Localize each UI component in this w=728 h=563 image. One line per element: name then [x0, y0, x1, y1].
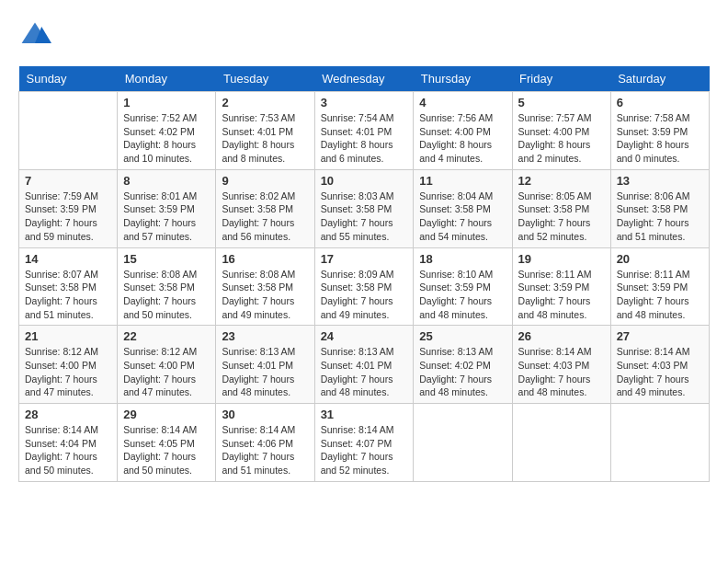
day-number: 1 [123, 96, 210, 109]
page-header [18, 18, 710, 52]
calendar-cell: 10Sunrise: 8:03 AMSunset: 3:58 PMDayligh… [314, 169, 414, 247]
day-number: 28 [25, 408, 111, 421]
day-info: Sunrise: 8:14 AMSunset: 4:03 PMDaylight:… [617, 345, 703, 399]
calendar-cell: 14Sunrise: 8:07 AMSunset: 3:58 PMDayligh… [19, 247, 118, 326]
calendar-cell: 9Sunrise: 8:02 AMSunset: 3:58 PMDaylight… [216, 169, 314, 247]
day-info: Sunrise: 8:05 AMSunset: 3:58 PMDaylight:… [518, 190, 605, 244]
day-number: 31 [321, 408, 408, 421]
calendar-cell [512, 404, 610, 482]
calendar-cell: 25Sunrise: 8:13 AMSunset: 4:02 PMDayligh… [414, 326, 512, 404]
calendar-cell: 19Sunrise: 8:11 AMSunset: 3:59 PMDayligh… [512, 247, 610, 326]
calendar-cell [610, 404, 709, 482]
day-number: 15 [123, 252, 210, 266]
day-info: Sunrise: 8:03 AMSunset: 3:58 PMDaylight:… [321, 190, 408, 244]
day-info: Sunrise: 8:07 AMSunset: 3:58 PMDaylight:… [25, 268, 111, 322]
calendar-cell: 13Sunrise: 8:06 AMSunset: 3:58 PMDayligh… [610, 169, 709, 247]
day-number: 22 [123, 329, 210, 343]
calendar-cell [19, 92, 118, 170]
day-info: Sunrise: 8:10 AMSunset: 3:59 PMDaylight:… [419, 268, 506, 322]
day-number: 6 [617, 96, 703, 109]
day-number: 21 [25, 329, 111, 343]
week-row-5: 28Sunrise: 8:14 AMSunset: 4:04 PMDayligh… [19, 404, 710, 482]
calendar-cell: 30Sunrise: 8:14 AMSunset: 4:06 PMDayligh… [216, 404, 314, 482]
logo [18, 18, 57, 52]
calendar-cell: 22Sunrise: 8:12 AMSunset: 4:00 PMDayligh… [118, 326, 216, 404]
day-info: Sunrise: 8:02 AMSunset: 3:58 PMDaylight:… [222, 190, 308, 244]
weekday-header-sunday: Sunday [19, 66, 118, 92]
day-info: Sunrise: 8:08 AMSunset: 3:58 PMDaylight:… [222, 268, 308, 322]
week-row-2: 7Sunrise: 7:59 AMSunset: 3:59 PMDaylight… [19, 169, 710, 247]
day-info: Sunrise: 8:12 AMSunset: 4:00 PMDaylight:… [25, 345, 111, 399]
day-number: 11 [419, 174, 506, 188]
day-info: Sunrise: 8:14 AMSunset: 4:06 PMDaylight:… [222, 423, 308, 477]
day-number: 2 [222, 96, 308, 109]
day-number: 7 [25, 174, 111, 188]
day-info: Sunrise: 8:11 AMSunset: 3:59 PMDaylight:… [617, 268, 703, 322]
calendar-cell: 17Sunrise: 8:09 AMSunset: 3:58 PMDayligh… [314, 247, 414, 326]
calendar-cell [414, 404, 512, 482]
week-row-4: 21Sunrise: 8:12 AMSunset: 4:00 PMDayligh… [19, 326, 710, 404]
calendar-cell: 31Sunrise: 8:14 AMSunset: 4:07 PMDayligh… [314, 404, 414, 482]
calendar-cell: 23Sunrise: 8:13 AMSunset: 4:01 PMDayligh… [216, 326, 314, 404]
day-number: 17 [321, 252, 408, 266]
day-number: 18 [419, 252, 506, 266]
weekday-header-tuesday: Tuesday [216, 66, 314, 92]
day-number: 26 [518, 329, 605, 343]
logo-icon [18, 18, 51, 52]
day-info: Sunrise: 7:52 AMSunset: 4:02 PMDaylight:… [123, 111, 210, 166]
calendar-cell: 12Sunrise: 8:05 AMSunset: 3:58 PMDayligh… [512, 169, 610, 247]
calendar-cell: 26Sunrise: 8:14 AMSunset: 4:03 PMDayligh… [512, 326, 610, 404]
day-info: Sunrise: 8:14 AMSunset: 4:05 PMDaylight:… [123, 423, 210, 477]
day-info: Sunrise: 7:53 AMSunset: 4:01 PMDaylight:… [222, 111, 308, 166]
weekday-header-row: SundayMondayTuesdayWednesdayThursdayFrid… [19, 66, 710, 92]
calendar-cell: 16Sunrise: 8:08 AMSunset: 3:58 PMDayligh… [216, 247, 314, 326]
calendar-cell: 15Sunrise: 8:08 AMSunset: 3:58 PMDayligh… [118, 247, 216, 326]
day-number: 25 [419, 329, 506, 343]
calendar-cell: 1Sunrise: 7:52 AMSunset: 4:02 PMDaylight… [118, 92, 216, 170]
calendar-cell: 29Sunrise: 8:14 AMSunset: 4:05 PMDayligh… [118, 404, 216, 482]
day-number: 9 [222, 174, 308, 188]
day-number: 14 [25, 252, 111, 266]
calendar-cell: 4Sunrise: 7:56 AMSunset: 4:00 PMDaylight… [414, 92, 512, 170]
calendar-cell: 11Sunrise: 8:04 AMSunset: 3:58 PMDayligh… [414, 169, 512, 247]
day-number: 16 [222, 252, 308, 266]
day-number: 3 [321, 96, 408, 109]
day-info: Sunrise: 7:54 AMSunset: 4:01 PMDaylight:… [321, 111, 408, 166]
day-number: 20 [617, 252, 703, 266]
day-number: 27 [617, 329, 703, 343]
day-number: 24 [321, 329, 408, 343]
day-info: Sunrise: 8:13 AMSunset: 4:02 PMDaylight:… [419, 345, 506, 399]
calendar-cell: 7Sunrise: 7:59 AMSunset: 3:59 PMDaylight… [19, 169, 118, 247]
week-row-1: 1Sunrise: 7:52 AMSunset: 4:02 PMDaylight… [19, 92, 710, 170]
calendar-cell: 24Sunrise: 8:13 AMSunset: 4:01 PMDayligh… [314, 326, 414, 404]
day-info: Sunrise: 8:13 AMSunset: 4:01 PMDaylight:… [321, 345, 408, 399]
weekday-header-thursday: Thursday [414, 66, 512, 92]
day-info: Sunrise: 7:57 AMSunset: 4:00 PMDaylight:… [518, 111, 605, 166]
day-info: Sunrise: 8:13 AMSunset: 4:01 PMDaylight:… [222, 345, 308, 399]
calendar-cell: 5Sunrise: 7:57 AMSunset: 4:00 PMDaylight… [512, 92, 610, 170]
day-info: Sunrise: 7:58 AMSunset: 3:59 PMDaylight:… [617, 111, 703, 166]
calendar-cell: 2Sunrise: 7:53 AMSunset: 4:01 PMDaylight… [216, 92, 314, 170]
calendar-cell: 3Sunrise: 7:54 AMSunset: 4:01 PMDaylight… [314, 92, 414, 170]
day-number: 12 [518, 174, 605, 188]
calendar-cell: 27Sunrise: 8:14 AMSunset: 4:03 PMDayligh… [610, 326, 709, 404]
weekday-header-friday: Friday [512, 66, 610, 92]
calendar-cell: 21Sunrise: 8:12 AMSunset: 4:00 PMDayligh… [19, 326, 118, 404]
calendar-cell: 8Sunrise: 8:01 AMSunset: 3:59 PMDaylight… [118, 169, 216, 247]
day-info: Sunrise: 8:01 AMSunset: 3:59 PMDaylight:… [123, 190, 210, 244]
day-info: Sunrise: 8:09 AMSunset: 3:58 PMDaylight:… [321, 268, 408, 322]
day-number: 23 [222, 329, 308, 343]
day-info: Sunrise: 8:14 AMSunset: 4:03 PMDaylight:… [518, 345, 605, 399]
day-info: Sunrise: 7:59 AMSunset: 3:59 PMDaylight:… [25, 190, 111, 244]
day-info: Sunrise: 8:14 AMSunset: 4:04 PMDaylight:… [25, 423, 111, 477]
day-number: 29 [123, 408, 210, 421]
calendar-cell: 6Sunrise: 7:58 AMSunset: 3:59 PMDaylight… [610, 92, 709, 170]
day-number: 8 [123, 174, 210, 188]
day-number: 10 [321, 174, 408, 188]
day-number: 13 [617, 174, 703, 188]
weekday-header-wednesday: Wednesday [314, 66, 414, 92]
weekday-header-monday: Monday [118, 66, 216, 92]
calendar-table: SundayMondayTuesdayWednesdayThursdayFrid… [18, 66, 710, 482]
day-number: 5 [518, 96, 605, 109]
day-info: Sunrise: 8:08 AMSunset: 3:58 PMDaylight:… [123, 268, 210, 322]
